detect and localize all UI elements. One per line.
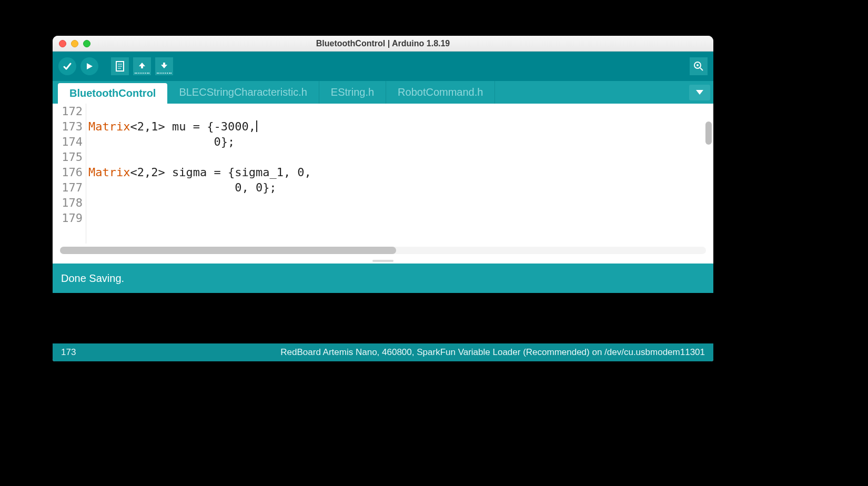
save-button[interactable] xyxy=(155,57,174,76)
chevron-down-icon xyxy=(696,90,703,95)
svg-marker-5 xyxy=(139,63,145,68)
dots-line-icon xyxy=(135,73,149,74)
svg-marker-6 xyxy=(161,63,167,68)
tab-label: BLECStringCharacteristic.h xyxy=(179,86,307,98)
open-button[interactable] xyxy=(133,57,152,76)
horizontal-scrollbar[interactable] xyxy=(60,247,706,254)
upload-button[interactable] xyxy=(80,57,99,76)
tab-label: RobotCommand.h xyxy=(398,86,483,98)
tab-label: EString.h xyxy=(331,86,374,98)
zoom-icon[interactable] xyxy=(83,40,90,47)
verify-button[interactable] xyxy=(58,57,77,76)
traffic-lights xyxy=(59,40,90,47)
tab-bar: BluetoothControl BLECStringCharacteristi… xyxy=(53,81,713,104)
code-content[interactable]: Matrix<2,1> mu = {-3000, 0}; Matrix<2,2>… xyxy=(86,104,311,244)
code-editor[interactable]: 172173174175176177178179 Matrix<2,1> mu … xyxy=(53,104,713,244)
status-message: Done Saving. xyxy=(61,272,124,285)
line-gutter: 172173174175176177178179 xyxy=(53,104,86,244)
text-cursor xyxy=(256,120,257,132)
tab-robotcommand[interactable]: RobotCommand.h xyxy=(386,81,495,104)
vertical-scrollbar[interactable] xyxy=(705,122,712,145)
svg-line-8 xyxy=(700,68,703,70)
pane-resize-grip[interactable] xyxy=(53,258,713,264)
toolbar xyxy=(53,52,713,81)
ide-window: BluetoothControl | Arduino 1.8.19 xyxy=(53,36,713,361)
status-message-bar: Done Saving. xyxy=(53,264,713,293)
tab-label: BluetoothControl xyxy=(69,87,156,99)
tab-bluetoothcontrol[interactable]: BluetoothControl xyxy=(58,83,167,104)
serial-monitor-button[interactable] xyxy=(689,57,708,76)
editor-area: 172173174175176177178179 Matrix<2,1> mu … xyxy=(53,104,713,264)
window-title: BluetoothControl | Arduino 1.8.19 xyxy=(53,39,713,48)
close-icon[interactable] xyxy=(59,40,66,47)
tab-estring[interactable]: EString.h xyxy=(319,81,386,104)
svg-marker-10 xyxy=(696,90,703,95)
console-output[interactable] xyxy=(53,293,713,343)
minimize-icon[interactable] xyxy=(71,40,78,47)
horizontal-scrollbar-thumb[interactable] xyxy=(60,247,396,254)
line-indicator: 173 xyxy=(61,347,76,358)
new-button[interactable] xyxy=(110,57,129,76)
svg-point-9 xyxy=(697,64,699,66)
dots-line-icon xyxy=(157,73,171,74)
tab-overflow-button[interactable] xyxy=(689,85,710,100)
svg-marker-0 xyxy=(87,63,93,69)
titlebar: BluetoothControl | Arduino 1.8.19 xyxy=(53,36,713,52)
tab-blecstringcharacteristic[interactable]: BLECStringCharacteristic.h xyxy=(167,81,319,104)
footer-bar: 173 RedBoard Artemis Nano, 460800, Spark… xyxy=(53,343,713,361)
board-info: RedBoard Artemis Nano, 460800, SparkFun … xyxy=(280,347,705,358)
